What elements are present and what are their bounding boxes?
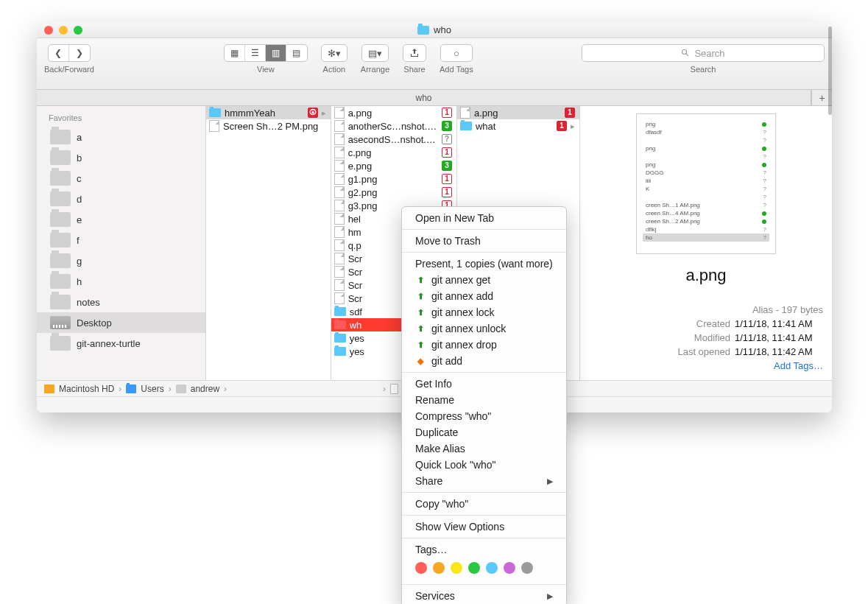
view-icon-icon[interactable]: ▦ [225, 45, 245, 61]
file-icon [334, 226, 345, 238]
view-gallery-icon[interactable]: ▤ [286, 45, 307, 61]
chevron-right-icon: ▸ [322, 108, 326, 118]
folder-icon [334, 347, 346, 356]
tag-color[interactable] [433, 562, 445, 574]
menu-git-add[interactable]: ◆git add [402, 353, 566, 369]
menu-view-options[interactable]: Show View Options [402, 519, 566, 535]
menu-get-info[interactable]: Get Info [402, 376, 566, 392]
list-item[interactable]: c.png1 [331, 146, 456, 159]
add-tags-link[interactable]: Add Tags… [735, 360, 823, 371]
list-item[interactable]: asecondS…nshot.png? [331, 133, 456, 146]
list-item[interactable]: a.png1 [331, 106, 456, 119]
folder-icon [50, 253, 71, 268]
sidebar-item-e[interactable]: e [37, 209, 205, 230]
close-icon[interactable] [44, 26, 53, 35]
sidebar-item-b[interactable]: b [37, 147, 205, 168]
menu-duplicate[interactable]: Duplicate [402, 424, 566, 440]
sidebar-item-a[interactable]: a [37, 127, 205, 147]
back-button[interactable]: ❮ [49, 45, 69, 61]
window-title: who [434, 24, 451, 35]
tag-color[interactable] [451, 562, 462, 574]
preview-pane: pngdfasdf??png?pngDGGG?iiii?K??creen Sh…… [580, 106, 832, 380]
sidebar-item-g[interactable]: g [37, 250, 205, 271]
menu-git-annex-unlock[interactable]: ⬆git annex unlock [402, 320, 566, 337]
list-item[interactable]: what1▸ [457, 119, 579, 133]
list-item[interactable]: g1.png1 [331, 172, 456, 186]
folder-icon [334, 320, 346, 329]
file-icon [334, 107, 345, 119]
path-seg[interactable]: Macintosh HD [59, 384, 114, 394]
file-icon [334, 213, 345, 225]
folder-icon [50, 274, 71, 289]
desktop-icon [50, 316, 71, 329]
forward-button[interactable]: ❯ [69, 45, 90, 61]
git-icon: ◆ [415, 356, 426, 366]
search-label: Search [691, 65, 716, 74]
menu-tags[interactable]: Tags… [402, 541, 566, 558]
menu-git-annex-drop[interactable]: ⬆git annex drop [402, 337, 566, 353]
list-item[interactable]: e.png3 [331, 159, 456, 172]
back-forward-buttons[interactable]: ❮ ❯ [48, 44, 91, 62]
status-badge: ⦿ [308, 108, 318, 118]
menu-rename[interactable]: Rename [402, 392, 566, 408]
toolbar: ❮ ❯ Back/Forward ▦ ☰ ▥ ▤ View ✻▾ Action … [37, 38, 832, 90]
path-seg[interactable]: andrew [191, 384, 219, 394]
menu-share[interactable]: Share▶ [402, 473, 566, 489]
status-badge: 1 [442, 147, 452, 158]
tag-color[interactable] [504, 562, 515, 574]
share-label: Share [403, 65, 425, 74]
sidebar-item-label: git-annex-turtle [77, 338, 141, 349]
sidebar-item-h[interactable]: h [37, 271, 205, 292]
menu-git-annex-add[interactable]: ⬆git annex add [402, 288, 566, 304]
column-1[interactable]: hmmmYeah⦿▸Screen Sh…2 PM.png [206, 106, 331, 380]
add-tags-button[interactable]: ○ [440, 44, 473, 62]
menu-move-to-trash[interactable]: Move to Trash [402, 233, 566, 249]
menu-git-annex-lock[interactable]: ⬆git annex lock [402, 304, 566, 320]
minimize-icon[interactable] [59, 26, 68, 35]
sidebar-item-label: d [77, 194, 82, 205]
menu-git-annex-get[interactable]: ⬆git annex get [402, 272, 566, 288]
sidebar-item-f[interactable]: f [37, 230, 205, 250]
menu-make-alias[interactable]: Make Alias [402, 440, 566, 457]
menu-copy[interactable]: Copy "who" [402, 496, 566, 512]
arrange-button[interactable]: ▤▾ [361, 44, 389, 62]
modified-value: 1/11/18, 11:41 AM [735, 332, 823, 343]
menu-services[interactable]: Services▶ [402, 588, 566, 604]
menu-compress[interactable]: Compress "who" [402, 408, 566, 424]
path-seg[interactable]: Users [141, 384, 163, 394]
tag-color[interactable] [415, 562, 427, 574]
search-icon [681, 49, 690, 57]
sidebar-item-git-annex-turtle[interactable]: git-annex-turtle [37, 333, 205, 354]
view-switch[interactable]: ▦ ☰ ▥ ▤ [224, 44, 308, 62]
sidebar-item-d[interactable]: d [37, 189, 205, 209]
home-icon [176, 384, 186, 393]
view-column-icon[interactable]: ▥ [266, 45, 286, 61]
git-annex-icon: ⬆ [415, 275, 426, 285]
share-button[interactable] [403, 44, 426, 62]
item-name: hmmmYeah [225, 108, 304, 119]
list-item[interactable]: g2.png1 [331, 186, 456, 199]
sidebar-item-notes[interactable]: notes [37, 292, 205, 312]
list-item[interactable]: a.png1 [457, 106, 579, 119]
preview-line: ? [643, 193, 769, 201]
list-item[interactable]: hmmmYeah⦿▸ [206, 106, 331, 119]
menu-quick-look[interactable]: Quick Look "who" [402, 457, 566, 473]
status-badge: ? [442, 134, 452, 144]
preview-line: creen Sh…1 AM.png? [643, 201, 769, 209]
tag-color[interactable] [468, 562, 480, 574]
action-button[interactable]: ✻▾ [321, 44, 347, 62]
tab-who[interactable]: who [37, 90, 811, 105]
search-input[interactable]: Search [582, 44, 825, 62]
list-item[interactable]: Screen Sh…2 PM.png [206, 119, 331, 133]
tag-color[interactable] [521, 562, 533, 574]
tag-color[interactable] [486, 562, 498, 574]
sidebar-item-desktop[interactable]: Desktop [37, 312, 205, 333]
context-menu: Open in New Tab Move to Trash Present, 1… [401, 206, 567, 604]
view-list-icon[interactable]: ☰ [245, 45, 266, 61]
list-item[interactable]: anotherSc…nshot.png3 [331, 119, 456, 133]
sidebar: Favorites abcdefghnotesDesktopgit-annex-… [37, 106, 206, 380]
zoom-icon[interactable] [74, 26, 82, 35]
sidebar-item-c[interactable]: c [37, 168, 205, 189]
file-icon [334, 133, 345, 145]
menu-open-new-tab[interactable]: Open in New Tab [402, 210, 566, 226]
